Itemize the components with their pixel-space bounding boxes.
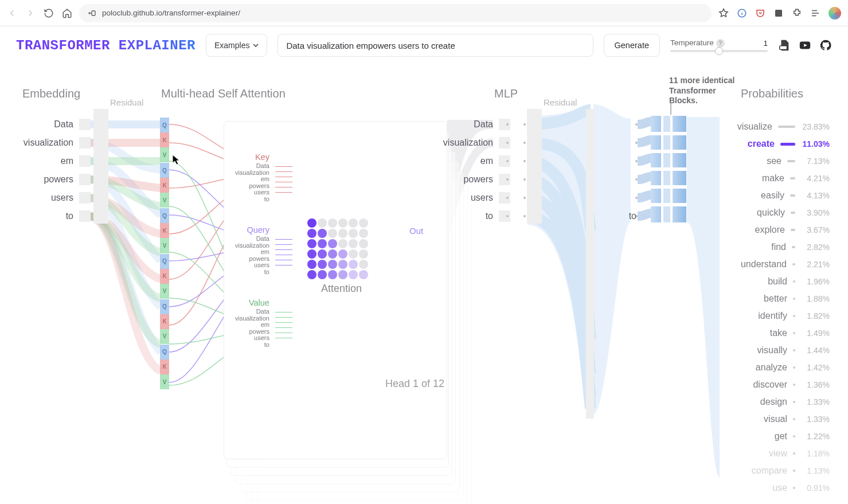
reading-list-icon[interactable]: [810, 8, 820, 18]
attn-cell[interactable]: [328, 270, 337, 279]
attn-cell[interactable]: [359, 218, 368, 228]
attn-cell[interactable]: [359, 239, 368, 248]
attn-cell[interactable]: [349, 249, 358, 259]
qkv-v-cell[interactable]: V: [160, 329, 169, 344]
reload-icon[interactable]: [44, 8, 54, 18]
token-row[interactable]: powers: [16, 174, 91, 185]
prob-row[interactable]: find2.82%: [721, 241, 830, 253]
attn-cell[interactable]: [349, 260, 358, 269]
address-bar[interactable]: poloclub.github.io/transformer-explainer…: [79, 4, 712, 22]
attn-cell[interactable]: [307, 270, 316, 279]
site-info-icon[interactable]: [87, 9, 96, 18]
qkv-v-cell[interactable]: V: [160, 238, 169, 253]
youtube-icon[interactable]: [799, 39, 811, 52]
examples-button[interactable]: Examples: [206, 34, 267, 57]
attn-cell[interactable]: [359, 260, 368, 269]
token-row[interactable]: users: [16, 192, 91, 204]
attn-cell[interactable]: [359, 270, 368, 279]
token-row[interactable]: em: [436, 155, 510, 167]
qkv-q-cell[interactable]: Q: [160, 208, 169, 223]
token-row[interactable]: to: [16, 210, 91, 222]
token-row[interactable]: visualization: [16, 137, 91, 149]
attn-cell[interactable]: [318, 249, 327, 259]
slider-knob[interactable]: [715, 47, 723, 55]
attn-cell[interactable]: [338, 249, 347, 259]
prob-row[interactable]: easily4.13%: [721, 189, 830, 202]
prob-row[interactable]: build1.96%: [721, 275, 830, 288]
qkv-k-cell[interactable]: K: [160, 360, 169, 374]
token-row[interactable]: Data: [436, 119, 510, 130]
qkv-stack[interactable]: QKVQKVQKVQKVQKVQKV: [160, 117, 169, 389]
qkv-q-cell[interactable]: Q: [160, 254, 169, 269]
attn-cell[interactable]: [359, 249, 368, 259]
probabilities-list[interactable]: visualize23.83%create11.03%see7.13%make4…: [721, 120, 830, 494]
prob-row[interactable]: understand2.21%: [721, 258, 830, 271]
attn-cell[interactable]: [328, 249, 337, 259]
qkv-v-cell[interactable]: V: [160, 147, 169, 162]
token-row[interactable]: em: [16, 155, 91, 167]
qkv-q-cell[interactable]: Q: [160, 118, 169, 132]
token-row[interactable]: users: [436, 192, 510, 204]
prob-row[interactable]: create11.03%: [721, 138, 830, 150]
prob-row[interactable]: analyze1.42%: [721, 361, 830, 374]
attn-cell[interactable]: [307, 260, 316, 269]
pocket-icon[interactable]: [755, 8, 765, 18]
prob-row[interactable]: identify1.82%: [721, 310, 830, 322]
attn-cell[interactable]: [318, 239, 327, 248]
qkv-q-cell[interactable]: Q: [160, 345, 169, 360]
extensions-icon[interactable]: [792, 8, 802, 18]
back-icon[interactable]: [7, 8, 17, 18]
qkv-v-cell[interactable]: V: [160, 193, 169, 208]
home-icon[interactable]: [62, 8, 72, 18]
attn-cell[interactable]: [359, 229, 368, 238]
prob-row[interactable]: explore3.67%: [721, 224, 830, 236]
prob-row[interactable]: visualize23.83%: [721, 120, 830, 133]
attn-cell[interactable]: [328, 260, 337, 269]
generate-button[interactable]: Generate: [604, 34, 660, 57]
attn-cell[interactable]: [307, 218, 316, 228]
qkv-v-cell[interactable]: V: [160, 374, 169, 389]
token-row[interactable]: powers: [436, 174, 510, 185]
token-row[interactable]: visualization: [436, 137, 510, 149]
qkv-k-cell[interactable]: K: [160, 269, 169, 284]
prob-row[interactable]: take1.49%: [721, 327, 830, 339]
prob-row[interactable]: use0.91%: [721, 482, 830, 494]
forward-icon[interactable]: [25, 8, 36, 18]
attention-matrix[interactable]: [307, 218, 369, 280]
attn-cell[interactable]: [338, 239, 347, 248]
prob-row[interactable]: see7.13%: [721, 155, 830, 167]
attn-cell[interactable]: [307, 249, 316, 259]
qkv-q-cell[interactable]: Q: [160, 163, 169, 178]
prob-row[interactable]: compare1.13%: [721, 464, 830, 477]
qkv-k-cell[interactable]: K: [160, 223, 169, 238]
attn-cell[interactable]: [318, 229, 327, 238]
attn-cell[interactable]: [318, 270, 327, 279]
transformer-blocks-icon[interactable]: [651, 116, 686, 222]
profile-avatar[interactable]: [829, 7, 841, 19]
token-row[interactable]: to: [436, 210, 510, 222]
attn-cell[interactable]: [349, 239, 358, 248]
github-icon[interactable]: [819, 39, 832, 52]
prob-row[interactable]: make4.21%: [721, 172, 830, 185]
attn-cell[interactable]: [307, 229, 316, 238]
info-icon[interactable]: [737, 8, 747, 18]
qkv-k-cell[interactable]: K: [160, 178, 169, 193]
attn-cell[interactable]: [338, 260, 347, 269]
prob-row[interactable]: discover1.36%: [721, 378, 830, 391]
attn-cell[interactable]: [338, 270, 347, 279]
attn-cell[interactable]: [318, 218, 327, 228]
qkv-v-cell[interactable]: V: [160, 284, 169, 299]
prob-row[interactable]: visually1.44%: [721, 344, 830, 357]
attn-cell[interactable]: [349, 218, 358, 228]
temperature-slider[interactable]: [670, 50, 768, 52]
prob-row[interactable]: quickly3.90%: [721, 206, 830, 219]
prob-row[interactable]: better1.88%: [721, 292, 830, 305]
attn-cell[interactable]: [328, 229, 337, 238]
attn-cell[interactable]: [349, 270, 358, 279]
prob-row[interactable]: visual1.33%: [721, 413, 830, 425]
qkv-q-cell[interactable]: Q: [160, 299, 169, 314]
attn-cell[interactable]: [318, 260, 327, 269]
pdf-icon[interactable]: [778, 39, 791, 52]
attn-cell[interactable]: [328, 239, 337, 248]
prob-row[interactable]: view1.18%: [721, 447, 830, 460]
